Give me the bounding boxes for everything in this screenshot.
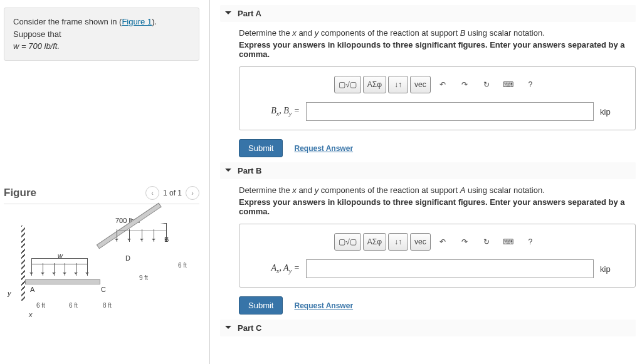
subscript-button[interactable]: ↓↑ — [388, 76, 408, 93]
undo-button[interactable]: ↶ — [433, 233, 453, 251]
formula-toolbar: ▢√▢ ΑΣφ ↓↑ vec ↶ ↷ ↻ ⌨ ? — [250, 76, 625, 93]
problem-equation: w = 700 lb/ft. — [13, 41, 60, 51]
part-section: Part B Determine the x and y components … — [220, 162, 636, 315]
templates-button[interactable]: ▢√▢ — [334, 76, 361, 93]
point-b-label: B — [164, 236, 169, 243]
point-a-label: A — [30, 286, 34, 293]
keyboard-button[interactable]: ⌨ — [498, 76, 518, 93]
dim-6ft-b: 6 ft — [69, 302, 78, 309]
subscript-button[interactable]: ↓↑ — [388, 233, 408, 251]
dim-6ft-a: 6 ft — [36, 302, 45, 309]
y-axis-label: y — [8, 289, 11, 297]
dim-6ft-v: 6 ft — [178, 262, 187, 269]
templates-button[interactable]: ▢√▢ — [334, 233, 361, 251]
keyboard-button[interactable]: ⌨ — [498, 233, 518, 251]
app-root: Consider the frame shown in (Figure 1). … — [0, 0, 642, 364]
right-panel: Part A Determine the x and y components … — [210, 0, 642, 364]
question-text: Determine the x and y components of the … — [239, 185, 636, 195]
reset-button[interactable]: ↻ — [476, 76, 497, 93]
greek-button[interactable]: ΑΣφ — [363, 76, 386, 93]
answer-unit: kip — [600, 107, 625, 117]
instruction-text: Express your answers in kilopounds to th… — [239, 197, 636, 216]
part-header[interactable]: Part C — [220, 320, 636, 336]
answer-row: Ax, Ay = kip — [250, 259, 625, 278]
submit-button[interactable]: Submit — [239, 296, 283, 315]
point-c-label: C — [101, 286, 106, 293]
figure-pager: 1 of 1 — [163, 189, 182, 197]
request-answer-link[interactable]: Request Answer — [294, 301, 353, 310]
answer-input[interactable] — [306, 102, 594, 121]
undo-button[interactable]: ↶ — [433, 76, 453, 93]
figure-next-button[interactable]: › — [186, 186, 199, 200]
left-panel: Consider the frame shown in (Figure 1). … — [0, 0, 210, 364]
vector-button[interactable]: vec — [410, 76, 431, 93]
request-answer-link[interactable]: Request Answer — [294, 144, 353, 153]
answer-row: Bx, By = kip — [250, 102, 625, 121]
action-row: Submit Request Answer — [239, 296, 636, 315]
part-section: Part A Determine the x and y components … — [220, 5, 636, 157]
point-d-label: D — [125, 254, 130, 262]
formula-toolbar: ▢√▢ ΑΣφ ↓↑ vec ↶ ↷ ↻ ⌨ ? — [250, 233, 625, 251]
problem-statement: Consider the frame shown in (Figure 1). … — [4, 8, 199, 61]
answer-input[interactable] — [306, 259, 594, 278]
collapse-caret-icon[interactable] — [225, 11, 231, 18]
greek-button[interactable]: ΑΣφ — [363, 233, 386, 251]
question-text: Determine the x and y components of the … — [239, 28, 636, 38]
part-section: Part C — [220, 320, 636, 336]
redo-button[interactable]: ↷ — [455, 233, 475, 251]
figure-link[interactable]: Figure 1 — [122, 17, 152, 26]
problem-text: Consider the frame shown in ( — [13, 17, 122, 26]
figure-diagram: 700 lb/ft B D C A w y x 6 ft 6 ft 8 ft 9… — [4, 219, 192, 313]
action-row: Submit Request Answer — [239, 139, 636, 157]
instruction-text: Express your answers in kilopounds to th… — [239, 40, 636, 59]
help-button[interactable]: ? — [520, 76, 540, 93]
part-title: Part B — [238, 166, 261, 175]
distributed-load-w — [31, 258, 88, 279]
answer-unit: kip — [600, 264, 625, 274]
answer-label: Ax, Ay = — [250, 263, 300, 274]
help-button[interactable]: ? — [520, 233, 540, 251]
figure-heading: Figure — [4, 187, 145, 199]
vector-button[interactable]: vec — [410, 233, 431, 251]
reset-button[interactable]: ↻ — [476, 233, 497, 251]
part-title: Part A — [238, 9, 261, 18]
collapse-caret-icon[interactable] — [225, 169, 231, 175]
figure-prev-button[interactable]: ‹ — [145, 186, 159, 200]
answer-label: Bx, By = — [250, 106, 300, 117]
redo-button[interactable]: ↷ — [455, 76, 475, 93]
part-header[interactable]: Part B — [220, 162, 636, 179]
dim-8ft: 8 ft — [103, 302, 112, 309]
answer-box: ▢√▢ ΑΣφ ↓↑ vec ↶ ↷ ↻ ⌨ ? Ax, Ay = kip — [239, 224, 636, 288]
part-header[interactable]: Part A — [220, 5, 636, 22]
dim-9ft: 9 ft — [139, 274, 148, 281]
part-title: Part C — [238, 323, 261, 333]
answer-box: ▢√▢ ΑΣφ ↓↑ vec ↶ ↷ ↻ ⌨ ? Bx, By = kip — [239, 66, 636, 130]
load-w-label: w — [58, 252, 63, 259]
collapse-caret-icon[interactable] — [225, 326, 231, 332]
figure-header: Figure ‹ 1 of 1 › — [4, 186, 199, 204]
submit-button[interactable]: Submit — [239, 139, 283, 157]
wall-icon — [21, 226, 25, 301]
triangular-load — [117, 223, 167, 246]
x-axis-label: x — [29, 311, 33, 318]
beam-ac — [25, 279, 100, 284]
